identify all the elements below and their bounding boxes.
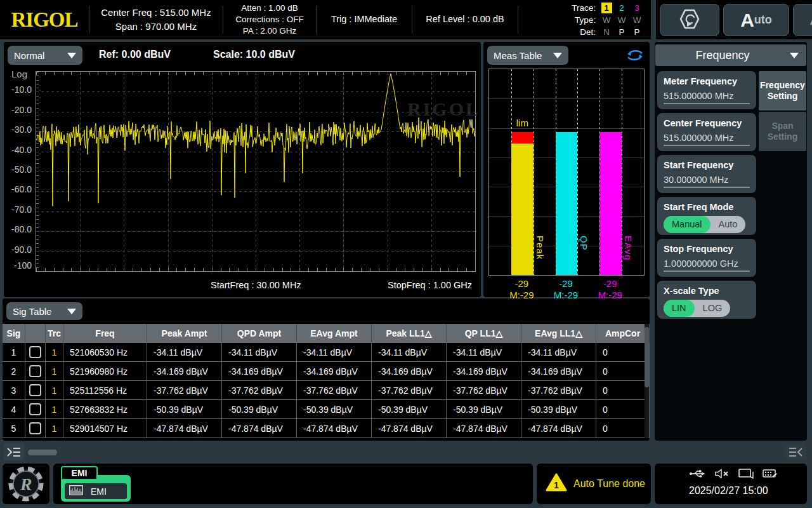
toggle-option-log[interactable]: LOG bbox=[695, 300, 731, 317]
toggle-option-manual[interactable]: Manual bbox=[664, 216, 710, 233]
table-row[interactable]: 31525112556 Hz-37.762 dBµV-37.762 dBµV-3… bbox=[3, 381, 650, 400]
keyboard-icon bbox=[763, 469, 778, 481]
table-cell: -34.169 dBµV bbox=[222, 362, 297, 380]
limit-label: lim bbox=[511, 117, 534, 128]
expand-menu-left-icon[interactable] bbox=[4, 443, 24, 460]
y-axis-label: -80.0 bbox=[4, 224, 32, 234]
toggle-option-auto[interactable]: Auto bbox=[710, 216, 746, 233]
meas-grid-horizontal bbox=[489, 98, 644, 99]
status-box: 2025/02/27 15:00 bbox=[655, 464, 807, 504]
table-cell: -34.11 dBµV bbox=[447, 343, 521, 361]
table-cell: 0 bbox=[596, 419, 650, 438]
table-cell: -34.169 dBµV bbox=[297, 362, 372, 380]
sig-table-panel: Sig Table SigTrcFreqPeak AmptQPD AmptEAv… bbox=[3, 298, 650, 441]
meas-table-panel: Meas Table limPeakQPEAvg -29M:-29-29M:-2… bbox=[483, 42, 650, 297]
window-mode-dropdown[interactable]: Normal bbox=[8, 46, 82, 65]
meas-grid-vertical bbox=[511, 69, 512, 275]
x-scale-toggle: LIN LOG bbox=[664, 300, 730, 317]
start-frequency-card[interactable]: Start Frequency 30.000000 MHz bbox=[657, 155, 756, 193]
table-row[interactable]: 21521960980 Hz-34.169 dBµV-34.169 dBµV-3… bbox=[3, 362, 650, 381]
table-row[interactable]: 11521060530 Hz-34.11 dBµV-34.11 dBµV-34.… bbox=[3, 343, 650, 362]
spectrum-plot: RIGOL bbox=[36, 71, 476, 272]
y-axis-label: -20.0 bbox=[4, 105, 32, 115]
table-cell: -34.169 dBµV bbox=[372, 362, 447, 380]
trace-det-row: Det: N P P bbox=[518, 26, 645, 38]
row-trace-number: 1 bbox=[46, 343, 63, 361]
stop-frequency-card[interactable]: Stop Frequency 1.000000000 GHz bbox=[657, 239, 756, 277]
table-row[interactable]: 41527663832 Hz-50.39 dBµV-50.39 dBµV-50.… bbox=[3, 400, 650, 419]
row-trace-number: 1 bbox=[46, 381, 63, 399]
card-value: 1.000000000 GHz bbox=[664, 258, 750, 272]
table-cell: -47.874 dBµV bbox=[447, 419, 521, 438]
type-label: Type: bbox=[566, 15, 596, 25]
row-index: 2 bbox=[3, 362, 25, 380]
table-scrollbar[interactable] bbox=[645, 324, 649, 438]
meas-table-dropdown[interactable]: Meas Table bbox=[487, 46, 568, 65]
trace-2-type: W bbox=[614, 15, 629, 25]
detector-bar-name: Peak bbox=[535, 236, 546, 260]
partial-hardkey-button[interactable] bbox=[793, 4, 812, 36]
trigger-readout: Trig : IMMediate bbox=[317, 13, 412, 26]
table-cell: -50.39 dBµV bbox=[372, 400, 447, 418]
chevron-down-icon bbox=[67, 309, 76, 314]
table-cell: -37.762 dBµV bbox=[147, 381, 222, 399]
table-cell: -34.11 dBµV bbox=[372, 343, 447, 361]
trace-3-type: W bbox=[629, 15, 645, 25]
sig-table-dropdown[interactable]: Sig Table bbox=[6, 302, 82, 320]
table-cell: 0 bbox=[596, 381, 650, 399]
trace-1-det: N bbox=[599, 27, 614, 37]
checkbox-cell bbox=[25, 362, 46, 380]
span-readout: Span : 970.00 MHz bbox=[89, 20, 223, 34]
trace-1-badge[interactable]: 1 bbox=[599, 3, 614, 13]
preset-button[interactable] bbox=[660, 4, 719, 36]
center-frequency-card[interactable]: Center Frequency 515.000000 MHz bbox=[657, 113, 756, 151]
checkbox-cell bbox=[25, 419, 46, 438]
sig-table-header: SigTrcFreqPeak AmptQPD AmptEAvg AmptPeak… bbox=[3, 324, 650, 343]
trace-3-badge[interactable]: 3 bbox=[629, 3, 645, 13]
tab-span-setting[interactable]: Span Setting bbox=[759, 112, 806, 151]
svg-text:1: 1 bbox=[554, 480, 559, 490]
tab-frequency-setting[interactable]: Frequency Setting bbox=[759, 71, 806, 110]
auto-button-label: A bbox=[740, 10, 754, 31]
table-cell: -34.11 dBµV bbox=[297, 343, 372, 361]
scrollbar-thumb[interactable] bbox=[645, 327, 649, 387]
refresh-icon[interactable] bbox=[625, 48, 645, 65]
card-value: 515.000000 MHz bbox=[664, 91, 750, 104]
expand-menu-right-icon[interactable] bbox=[785, 443, 806, 460]
toggle-option-lin[interactable]: LIN bbox=[664, 300, 695, 317]
ref-level-readout: Ref Level : 0.00 dB bbox=[412, 13, 518, 26]
start-freq-label: StartFreq : 30.00 MHz bbox=[211, 280, 301, 290]
trace-2-badge[interactable]: 2 bbox=[614, 3, 629, 13]
notification-box[interactable]: 1 Auto Tune done bbox=[537, 464, 651, 504]
pa-readout: PA : 2.00 GHz bbox=[223, 25, 316, 37]
menu-header-dropdown[interactable]: Frequency bbox=[655, 44, 806, 66]
row-checkbox[interactable] bbox=[29, 384, 41, 396]
detector-bar-value: -29 bbox=[588, 278, 632, 290]
table-cell: -34.169 dBµV bbox=[147, 362, 222, 380]
table-cell: -50.39 dBµV bbox=[297, 400, 372, 418]
menu-title: Frequency bbox=[655, 49, 790, 62]
table-cell: 525112556 Hz bbox=[63, 381, 147, 399]
emi-mode-item-label: EMI bbox=[91, 486, 107, 497]
start-freq-mode-card: Start Freq Mode Manual Auto bbox=[657, 197, 756, 235]
row-checkbox[interactable] bbox=[29, 422, 41, 434]
table-row[interactable]: 51529014507 Hz-47.874 dBµV-47.874 dBµV-4… bbox=[3, 419, 650, 438]
auto-tune-button[interactable]: Auto bbox=[723, 4, 789, 36]
emi-mode-item[interactable]: EMI bbox=[65, 483, 127, 499]
row-checkbox[interactable] bbox=[29, 403, 41, 415]
table-cell: -47.874 dBµV bbox=[222, 419, 297, 438]
row-trace-number: 1 bbox=[46, 362, 63, 380]
row-trace-number: 1 bbox=[46, 400, 63, 418]
spectrum-comb-icon bbox=[69, 485, 83, 497]
start-freq-mode-toggle: Manual Auto bbox=[664, 216, 745, 233]
sig-table-header-cell bbox=[25, 324, 46, 343]
detector-bar-value: -29 bbox=[499, 278, 544, 290]
meter-frequency-card[interactable]: Meter Frequency 515.000000 MHz bbox=[657, 71, 756, 109]
detector-bar-values: -29M:-29 bbox=[588, 278, 632, 301]
emi-mode-tab[interactable]: EMI bbox=[61, 466, 98, 480]
y-axis-label: -90.0 bbox=[4, 244, 32, 255]
horizontal-scrollbar-thumb[interactable] bbox=[28, 450, 57, 455]
row-checkbox[interactable] bbox=[29, 346, 41, 358]
row-checkbox[interactable] bbox=[29, 365, 41, 377]
system-gear-logo[interactable]: R bbox=[3, 464, 49, 504]
